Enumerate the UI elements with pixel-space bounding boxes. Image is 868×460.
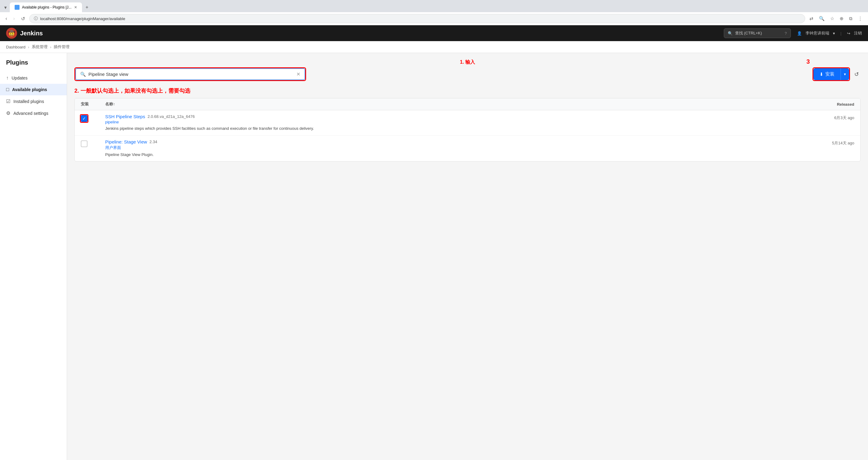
search-clear-button[interactable]: ✕ [296,71,300,77]
sidebar-item-installed[interactable]: ☑ Installed plugins [0,95,67,107]
search-placeholder: 查找 (CTRL+K) [735,30,762,36]
sidebar-label-installed: Installed plugins [13,99,44,104]
nav-bar: ‹ › ↺ ⓘ localhost:8080/manage/pluginMana… [0,12,868,25]
breadcrumb-current: 插件管理 [54,44,69,50]
nav-actions: ⇄ 🔍 ☆ ⊕ ⧉ ⋮ [808,14,864,23]
sidebar-label-advanced: Advanced settings [13,111,48,116]
logout-label[interactable]: 注销 [854,30,862,36]
checkbox-area-2 [81,139,105,147]
search-icon: 🔍 [728,31,733,36]
plugin-name-link-2[interactable]: Pipeline: Stage View [105,139,147,144]
jenkins-search-box: 🔍 查找 (CTRL+K) ? [724,28,791,38]
table-row: ✓ SSH Pipeline Steps 2.0.68.va_d21a_12a_… [75,110,860,136]
sidebar: Plugins ↑ Updates □ Available plugins ☑ … [0,53,67,460]
step2-annotation-row: 2. 一般默认勾选上，如果没有勾选上，需要勾选 [74,87,861,94]
plugin-released-1: 6月3天 ago [806,114,854,121]
search-btn[interactable]: 🔍 [817,14,827,23]
tab-label: Available plugins - Plugins [J... [22,5,72,9]
header-install: 安装 [81,101,105,107]
sidebar-item-advanced[interactable]: ⚙ Advanced settings [0,107,67,119]
jenkins-search[interactable]: 🔍 查找 (CTRL+K) ? [724,28,791,38]
plugin-info-2: Pipeline: Stage View 2.34 用户界面 Pipeline … [105,139,806,158]
jenkins-header: 🤠 Jenkins 🔍 查找 (CTRL+K) ? 👤 李钟意讲前端 ▾ | ↪… [0,25,868,41]
header-name: 名称↑ [105,101,806,107]
plugin-desc-2: Pipeline Stage View Plugin. [105,152,806,158]
install-icon: ⬇ [819,72,824,77]
installed-icon: ☑ [6,98,10,104]
sidebar-label-updates: Updates [11,75,27,80]
refresh-button[interactable]: ↺ [852,69,861,79]
plugin-name-row-1: SSH Pipeline Steps 2.0.68.va_d21a_12a_64… [105,114,806,119]
extensions-btn[interactable]: ⧉ [847,14,854,23]
install-dropdown-button[interactable]: ▾ [841,68,849,80]
user-name[interactable]: 李钟意讲前端 [806,30,829,36]
header-released: Released [806,102,854,107]
tab-list-btn[interactable]: ▾ [2,3,8,11]
plugin-table: 安装 名称↑ Released ✓ SSH Pipeline Steps [74,98,861,161]
profile-btn[interactable]: ⊕ [838,14,845,23]
install-btn-group: ⬇ 安装 ▾ [812,67,850,81]
user-icon: 👤 [797,31,802,36]
logout-icon: ↪ [847,31,850,36]
secure-icon: ⓘ [34,16,38,21]
search-box-annotation: 🔍 ✕ [74,67,306,81]
checkmark-icon: ✓ [82,116,86,121]
plugin-name-link-1[interactable]: SSH Pipeline Steps [105,114,145,119]
checkbox-area-1: ✓ [81,114,105,122]
help-icon: ? [784,31,786,36]
breadcrumb-sysadmin[interactable]: 系统管理 [32,44,48,50]
plugin-checkbox-2[interactable] [81,140,88,147]
nav-forward-button[interactable]: › [11,14,17,23]
available-icon: □ [6,87,9,92]
new-tab-button[interactable]: + [83,3,91,11]
user-dropdown-icon[interactable]: ▾ [833,31,835,36]
step1-annotation: 1. 输入 [74,59,861,65]
jenkins-logo-text: Jenkins [20,30,43,37]
search-row-container: 1. 输入 🔍 ✕ 3 ⬇ [74,59,861,81]
sidebar-item-available[interactable]: □ Available plugins [0,84,67,95]
jenkins-logo-icon: 🤠 [6,28,17,39]
search-icon: 🔍 [80,72,86,77]
menu-btn[interactable]: ⋮ [856,14,864,23]
plugin-category-1[interactable]: pipeline [105,120,806,124]
sidebar-label-available: Available plugins [12,87,47,92]
main-layout: Plugins ↑ Updates □ Available plugins ☑ … [0,53,868,460]
user-area: 👤 李钟意讲前端 ▾ | ↪ 注销 [797,30,862,36]
sidebar-title: Plugins [0,59,67,72]
tab-favicon [14,5,20,10]
plugin-version-1: 2.0.68.va_d21a_12a_6476 [148,114,195,119]
bookmark-btn[interactable]: ☆ [828,14,836,23]
sidebar-item-updates[interactable]: ↑ Updates [0,72,67,84]
tab-close-icon[interactable]: ✕ [74,5,77,9]
checkbox-wrapper-1: ✓ [81,115,88,122]
plugin-version-2: 2.34 [149,139,157,144]
plugin-search-box[interactable]: 🔍 ✕ [75,68,305,80]
active-tab[interactable]: Available plugins - Plugins [J... ✕ [10,2,82,12]
plugin-search-input[interactable] [88,72,294,77]
plugin-info-1: SSH Pipeline Steps 2.0.68.va_d21a_12a_64… [105,114,806,132]
step1-label: 1. 输入 [460,59,475,65]
install-label: 安装 [825,71,834,77]
plugin-released-2: 5月14天 ago [806,139,854,146]
translate-btn[interactable]: ⇄ [808,14,815,23]
search-container: 🔍 ✕ 3 ⬇ 安装 ▾ ↺ [74,67,861,81]
plugin-category-2[interactable]: 用户界面 [105,145,806,151]
plugin-checkbox-1[interactable]: ✓ [81,115,88,122]
address-bar[interactable]: ⓘ localhost:8080/manage/pluginManager/av… [29,14,805,23]
plugin-desc-1: Jenkins pipeline steps which provides SS… [105,126,806,132]
advanced-icon: ⚙ [6,110,10,116]
updates-icon: ↑ [6,75,8,81]
breadcrumb: Dashboard › 系统管理 › 插件管理 [0,41,868,53]
step2-annotation: 2. 一般默认勾选上，如果没有勾选上，需要勾选 [74,87,861,94]
nav-back-button[interactable]: ‹ [4,14,9,23]
nav-reload-button[interactable]: ↺ [19,14,27,23]
plugin-name-row-2: Pipeline: Stage View 2.34 [105,139,806,144]
tab-bar: ▾ Available plugins - Plugins [J... ✕ + [0,0,868,12]
install-button[interactable]: ⬇ 安装 [813,68,841,80]
breadcrumb-sep-1: › [28,45,29,50]
table-header: 安装 名称↑ Released [75,98,860,110]
content-area: 1. 输入 🔍 ✕ 3 ⬇ [67,53,868,460]
browser-chrome: ▾ Available plugins - Plugins [J... ✕ + … [0,0,868,25]
table-row: Pipeline: Stage View 2.34 用户界面 Pipeline … [75,136,860,161]
breadcrumb-dashboard[interactable]: Dashboard [6,45,26,50]
